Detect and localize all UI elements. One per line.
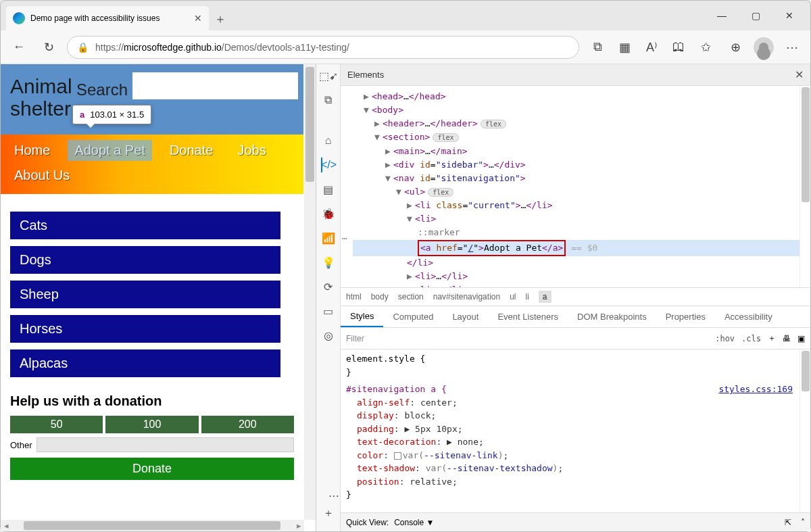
application-icon[interactable]: ▭ [321,304,336,318]
dom-tree[interactable]: ⋯ ▶<head>…</head> ▼<body> ▶<header>…</he… [341,86,800,287]
selected-dom-node[interactable]: <a href="/">Adopt a Pet</a> == $0 [353,240,800,256]
close-window-button[interactable]: ✕ [774,5,805,26]
donation-amounts: 50 100 200 [1,416,303,437]
tab-dom-breakpoints[interactable]: DOM Breakpoints [568,306,656,327]
source-link[interactable]: styles.css:169 [718,383,793,396]
menu-icon[interactable]: ⋯ [781,36,804,59]
back-button[interactable]: ← [7,36,30,59]
tab-title: Demo page with accessibility issues [30,14,189,23]
inspect-icon[interactable]: ⬚➹ [321,68,336,83]
page-header: Animalshelter Search a103.01 × 31.5 [1,64,303,135]
edge-favicon [13,12,25,24]
panel-title: Elements [347,70,384,80]
console-icon[interactable]: ▤ [321,182,336,197]
tab-close-icon[interactable]: ✕ [194,13,202,24]
tab-event-listeners[interactable]: Event Listeners [488,306,568,327]
drawer-issues-icon[interactable]: ⇱ [785,518,791,527]
nav-about[interactable]: About Us [7,165,76,186]
search-label: Search [76,80,128,99]
sources-icon[interactable]: 🐞 [321,206,336,221]
new-tab-button[interactable]: ＋ [209,7,232,30]
memory-icon[interactable]: ⟳ [321,279,336,294]
page-vertical-scrollbar[interactable] [304,64,316,520]
styles-filter-input[interactable]: Filter [346,334,708,343]
browser-tab[interactable]: Demo page with accessibility issues ✕ [6,6,209,30]
site-navigation: Home Adopt a Pet Donate Jobs About Us [1,135,303,194]
nav-donate[interactable]: Donate [163,140,220,161]
tab-layout[interactable]: Layout [443,306,488,327]
address-bar[interactable]: 🔒 https://microsoftedge.github.io/Demos/… [67,36,579,59]
network-icon[interactable]: 📶 [321,231,336,245]
styles-tabs: Styles Computed Layout Event Listeners D… [341,306,810,328]
tab-computed[interactable]: Computed [383,306,443,327]
nav-adopt[interactable]: Adopt a Pet [68,140,152,161]
collections-icon[interactable]: ⊕ [724,36,747,59]
category-cats[interactable]: Cats [10,212,280,239]
maximize-button[interactable]: ▢ [740,5,771,26]
more-tools-icon[interactable]: ＋ [321,506,336,521]
responsive-icon[interactable]: ⧉ [586,36,609,59]
title-bar: Demo page with accessibility issues ✕ ＋ … [1,1,810,30]
donate-button[interactable]: Donate [10,458,294,480]
quick-view-bar: Quick View: Console ▼ ⇱ ˄ [341,512,810,531]
tab-properties[interactable]: Properties [656,306,715,327]
computed-sidebar-icon[interactable]: ▣ [797,334,805,343]
donation-50[interactable]: 50 [10,416,103,433]
page-viewport: Animalshelter Search a103.01 × 31.5 Home… [1,64,316,531]
nav-home[interactable]: Home [7,140,57,161]
donation-200[interactable]: 200 [201,416,294,433]
lock-icon: 🔒 [77,42,89,53]
reader-icon[interactable]: 🕮 [667,36,690,59]
security-icon[interactable]: ◎ [321,328,336,343]
browser-toolbar: ← ↻ 🔒 https://microsoftedge.github.io/De… [1,30,810,64]
donation-100[interactable]: 100 [105,416,198,433]
devtools-close-icon[interactable]: ✕ [795,68,804,81]
cls-toggle[interactable]: .cls [741,334,761,343]
category-sheep[interactable]: Sheep [10,281,280,308]
category-horses[interactable]: Horses [10,315,280,343]
donation-heading: Help us with a donation [1,391,303,416]
profile-avatar[interactable] [754,37,774,57]
minimize-button[interactable]: — [706,5,737,26]
device-mode-icon[interactable]: 🖶 [783,334,791,343]
elements-icon[interactable]: </> [321,158,336,172]
search-input[interactable] [132,72,298,99]
other-amount-input[interactable] [36,437,294,452]
devtools-activity-bar: ⬚➹ ⧉ ⌂ </> ▤ 🐞 📶 💡 ⟳ ▭ ◎ ＋ [316,64,341,531]
tab-styles[interactable]: Styles [341,306,383,327]
other-label: Other [10,440,32,450]
devtools: ⬚➹ ⧉ ⌂ </> ▤ 🐞 📶 💡 ⟳ ▭ ◎ ＋ Elements ✕ [316,64,810,531]
console-drawer-toggle[interactable]: Console ▼ [394,518,434,527]
devtools-header: Elements ✕ [341,64,810,86]
performance-icon[interactable]: 💡 [321,255,336,270]
new-style-rule-icon[interactable]: ＋ [768,333,776,344]
styles-scrollbar[interactable] [800,349,810,512]
styles-filter-row: Filter :hov .cls ＋ 🖶 ▣ [341,328,810,349]
category-dogs[interactable]: Dogs [10,246,280,274]
styles-pane[interactable]: element.style { } #sitenavigation a {sty… [341,349,800,512]
tab-accessibility[interactable]: Accessibility [715,306,782,327]
nav-jobs[interactable]: Jobs [230,140,272,161]
device-icon[interactable]: ⧉ [321,93,336,107]
drawer-expand-icon[interactable]: ˄ [801,518,805,527]
category-list: Cats Dogs Sheep Horses Alpacas [1,194,303,391]
page-horizontal-scrollbar[interactable]: ◂▸ [1,520,304,531]
qr-icon[interactable]: ▦ [613,36,636,59]
welcome-icon[interactable]: ⌂ [321,133,336,148]
inspect-tooltip: a103.01 × 31.5 [72,105,151,124]
dom-gutter-dots: ⋯ [341,232,350,245]
dom-scrollbar[interactable] [800,86,810,287]
read-aloud-icon[interactable]: A⁾ [640,36,663,59]
hov-toggle[interactable]: :hov [715,334,735,343]
devtools-more-icon[interactable]: ⋯ [328,489,339,502]
dom-breadcrumb[interactable]: html body section nav#sitenavigation ul … [341,287,810,306]
favorite-icon[interactable]: ✩ [694,36,717,59]
refresh-button[interactable]: ↻ [37,36,60,59]
category-alpacas[interactable]: Alpacas [10,349,280,377]
